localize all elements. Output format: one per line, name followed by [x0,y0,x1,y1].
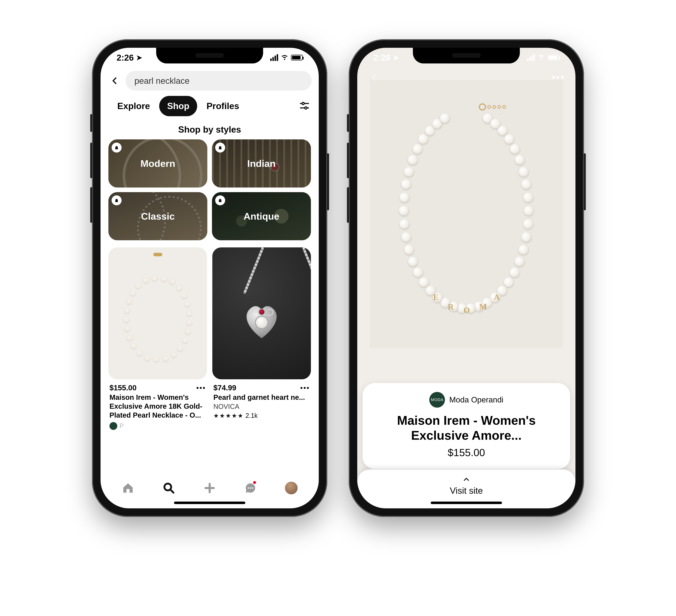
star-icon: ★ [219,412,225,419]
nav-messages[interactable] [242,480,259,496]
visit-site-label: Visit site [450,484,483,496]
styles-grid: Modern Indian Classic Antique [101,139,319,247]
star-icon: ★ [232,412,237,419]
product-more-button[interactable]: ••• [196,384,206,392]
product-price: $74.99 [213,384,236,392]
tab-profiles[interactable]: Profiles [199,96,247,116]
wifi-icon [538,53,545,62]
merchant-avatar-icon [109,422,117,430]
product-detail-card: MODA Moda Operandi Maison Irem - Women's… [362,383,570,469]
status-time: 2:26 [373,53,390,63]
notification-dot-icon [253,481,256,484]
star-icon: ★ [226,412,231,419]
home-indicator[interactable] [174,502,245,504]
home-indicator[interactable] [431,502,502,504]
search-input[interactable]: pearl necklace [125,71,312,91]
back-button[interactable] [108,74,122,88]
nav-home[interactable] [120,480,136,496]
nav-create[interactable] [202,480,218,496]
battery-icon [548,55,559,60]
product-card[interactable]: $74.99 ••• Pearl and garnet heart ne... … [212,247,311,430]
avatar [285,482,298,495]
product-brand: NOVICA [212,402,311,410]
style-classic[interactable]: Classic [108,192,207,240]
tab-explore[interactable]: Explore [109,96,158,116]
nav-search[interactable] [161,480,177,496]
star-icon: ★ [238,412,243,419]
review-count: 2.1k [245,412,258,419]
screen-left: 2:26 ➤ pearl necklace Explore Shop [101,48,319,508]
product-grid: $155.00 ••• Maison Irem - Women's Exclus… [101,247,319,430]
style-label: Antique [243,211,279,222]
star-icon: ★ [213,412,219,419]
chevron-up-icon [463,476,470,484]
wifi-icon [281,53,288,62]
style-label: Indian [247,158,276,169]
product-price: $155.00 [372,447,561,458]
product-rating: ★ ★ ★ ★ ★ 2.1k [212,410,311,419]
screen-detail: 2:26 ➤ ••• [357,48,575,508]
svg-point-5 [252,487,253,489]
location-icon: ➤ [136,53,142,62]
cellular-icon [527,54,535,61]
style-label: Classic [141,211,175,222]
style-antique[interactable]: Antique [212,192,311,240]
svg-point-4 [250,487,251,489]
product-image[interactable] [108,247,207,379]
phone-left: 2:26 ➤ pearl necklace Explore Shop [92,39,327,517]
more-button[interactable]: ••• [551,69,567,85]
product-image[interactable] [212,247,311,379]
svg-point-3 [247,487,249,489]
back-button[interactable] [366,69,382,85]
merchant-name[interactable]: Moda Operandi [449,395,503,404]
filter-button[interactable] [299,100,310,112]
search-value: pearl necklace [134,76,190,86]
shopping-bag-icon [112,195,122,205]
style-indian[interactable]: Indian [212,139,311,187]
style-modern[interactable]: Modern [108,139,207,187]
nav-profile[interactable] [283,480,299,496]
product-card[interactable]: $155.00 ••• Maison Irem - Women's Exclus… [108,247,207,430]
product-promoted: P [119,422,124,430]
product-title: Maison Irem - Women's Exclusive Amore 18… [108,393,207,419]
result-tabs: Explore Shop Profiles [101,96,319,120]
phone-right: 2:26 ➤ ••• [349,39,584,517]
location-icon: ➤ [393,53,399,62]
style-label: Modern [140,158,175,169]
svg-point-0 [302,102,304,105]
cellular-icon [270,54,278,61]
tab-shop[interactable]: Shop [159,96,197,116]
svg-point-1 [305,107,307,109]
section-title: Shop by styles [101,120,319,139]
product-title: Pearl and garnet heart ne... [212,393,311,402]
shopping-bag-icon [112,143,122,153]
merchant-avatar-icon: MODA [429,392,445,408]
status-time: 2:26 [117,53,134,63]
product-more-button[interactable]: ••• [300,384,310,392]
battery-icon [291,55,303,60]
product-price: $155.00 [109,384,136,392]
shopping-bag-icon [215,195,225,205]
product-title: Maison Irem - Women's Exclusive Amore... [372,413,561,447]
shopping-bag-icon [215,143,225,153]
